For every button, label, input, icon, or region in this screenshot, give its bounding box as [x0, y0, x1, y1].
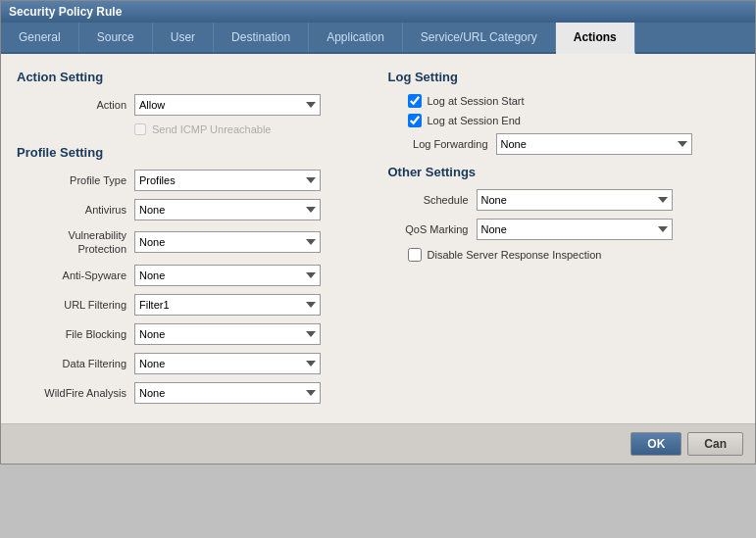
antivirus-select[interactable]: None: [134, 199, 321, 220]
right-column: Log Setting Log at Session Start Log at …: [388, 66, 740, 412]
log-session-start-label: Log at Session Start: [428, 95, 525, 107]
wildfire-select[interactable]: None: [134, 382, 321, 404]
action-row: Action Allow: [17, 94, 369, 116]
log-setting-section: Log Setting Log at Session Start Log at …: [388, 70, 740, 155]
ok-button[interactable]: OK: [630, 432, 681, 456]
log-session-start-checkbox[interactable]: [408, 94, 422, 108]
log-session-end-checkbox[interactable]: [408, 114, 422, 127]
file-blocking-label: File Blocking: [17, 328, 134, 340]
title-bar: Security Policy Rule: [1, 1, 755, 23]
tab-user[interactable]: User: [153, 23, 214, 52]
url-filtering-select[interactable]: Filter1: [134, 294, 321, 316]
file-blocking-row: File Blocking None: [17, 323, 369, 345]
disable-server-row: Disable Server Response Inspection: [388, 248, 740, 262]
anti-spyware-row: Anti-Spyware None: [17, 265, 369, 286]
data-filtering-row: Data Filtering None: [17, 353, 369, 374]
data-filtering-select[interactable]: None: [134, 353, 321, 374]
main-window: Security Policy Rule General Source User…: [0, 0, 756, 465]
url-filtering-label: URL Filtering: [17, 299, 134, 311]
antivirus-row: Antivirus None: [17, 199, 369, 220]
schedule-label: Schedule: [388, 194, 477, 206]
antivirus-label: Antivirus: [17, 204, 134, 216]
log-session-start-row: Log at Session Start: [388, 94, 740, 108]
wildfire-label: WildFire Analysis: [17, 387, 134, 399]
wildfire-row: WildFire Analysis None: [17, 382, 369, 404]
tab-service-url[interactable]: Service/URL Category: [403, 23, 556, 52]
left-column: Action Setting Action Allow Send ICMP Un…: [17, 66, 369, 412]
tab-actions[interactable]: Actions: [556, 23, 635, 54]
qos-marking-select[interactable]: None: [477, 219, 673, 240]
send-icmp-row: Send ICMP Unreachable: [17, 123, 369, 135]
anti-spyware-label: Anti-Spyware: [17, 269, 134, 281]
log-forwarding-select[interactable]: None: [496, 133, 692, 155]
file-blocking-select[interactable]: None: [134, 323, 321, 345]
vuln-protection-row: VulnerabilityProtection None: [17, 228, 369, 257]
send-icmp-checkbox[interactable]: [134, 123, 146, 135]
profile-setting-title: Profile Setting: [17, 145, 369, 160]
action-select[interactable]: Allow: [134, 94, 321, 116]
qos-marking-row: QoS Marking None: [388, 219, 740, 240]
action-setting-title: Action Setting: [17, 70, 369, 84]
tab-content: Action Setting Action Allow Send ICMP Un…: [1, 54, 755, 423]
tab-bar: General Source User Destination Applicat…: [1, 23, 755, 54]
qos-marking-label: QoS Marking: [388, 223, 477, 235]
schedule-select[interactable]: None: [477, 189, 673, 211]
data-filtering-label: Data Filtering: [17, 358, 134, 369]
window-title: Security Policy Rule: [9, 5, 122, 19]
log-session-end-row: Log at Session End: [388, 114, 740, 127]
profile-type-label: Profile Type: [17, 174, 134, 186]
log-session-end-label: Log at Session End: [428, 115, 521, 126]
vuln-protection-select[interactable]: None: [134, 231, 321, 253]
other-settings-section: Other Settings Schedule None QoS Marking…: [388, 165, 740, 262]
profile-setting-section: Profile Setting Profile Type Profiles An…: [17, 145, 369, 404]
tab-general[interactable]: General: [1, 23, 79, 52]
action-setting-section: Action Setting Action Allow Send ICMP Un…: [17, 70, 369, 135]
footer: OK Can: [1, 423, 755, 464]
tab-application[interactable]: Application: [309, 23, 403, 52]
vuln-protection-label: VulnerabilityProtection: [17, 228, 134, 257]
action-label: Action: [17, 99, 134, 111]
schedule-row: Schedule None: [388, 189, 740, 211]
cancel-button[interactable]: Can: [687, 432, 743, 456]
disable-server-checkbox[interactable]: [408, 248, 422, 262]
disable-server-label: Disable Server Response Inspection: [428, 249, 602, 261]
other-settings-title: Other Settings: [388, 165, 740, 179]
log-forwarding-label: Log Forwarding: [388, 138, 496, 150]
send-icmp-label: Send ICMP Unreachable: [152, 123, 271, 135]
tab-source[interactable]: Source: [79, 23, 153, 52]
tab-destination[interactable]: Destination: [214, 23, 309, 52]
profile-type-row: Profile Type Profiles: [17, 170, 369, 191]
log-setting-title: Log Setting: [388, 70, 740, 84]
log-forwarding-row: Log Forwarding None: [388, 133, 740, 155]
anti-spyware-select[interactable]: None: [134, 265, 321, 286]
url-filtering-row: URL Filtering Filter1: [17, 294, 369, 316]
profile-type-select[interactable]: Profiles: [134, 170, 321, 191]
